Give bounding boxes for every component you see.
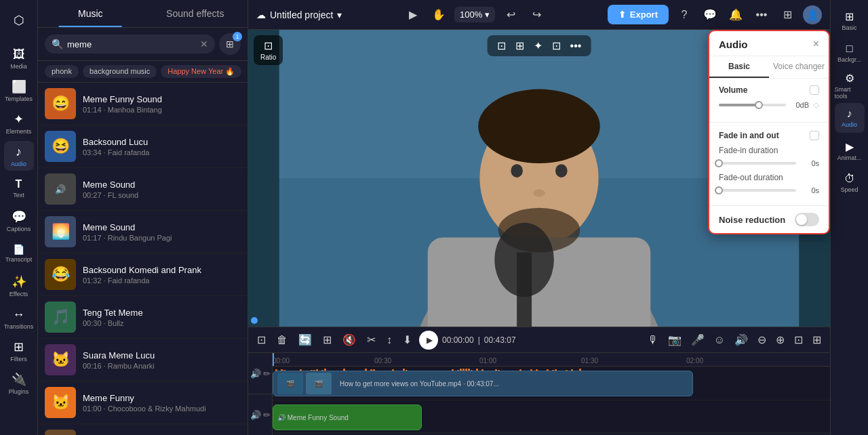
tl-add-icon[interactable]: ⬇ — [399, 331, 415, 348]
list-item[interactable]: 😄 Meme Funny Sound 01:14 · Manhoa Bintan… — [38, 83, 248, 125]
tl-camera-icon[interactable]: 📷 — [665, 331, 685, 348]
audio-tab-basic[interactable]: Basic — [709, 56, 769, 78]
track-volume-icon-0[interactable]: 🔊 — [250, 369, 261, 379]
rp-item-speed[interactable]: ⏱ Speed — [835, 168, 865, 198]
avatar[interactable]: 👤 — [803, 5, 822, 24]
sound-thumb: 😄 — [45, 88, 76, 119]
animate-label: Animat... — [837, 154, 862, 161]
tl-crop-icon[interactable]: ⊞ — [319, 331, 335, 348]
tag-background-music[interactable]: background music — [83, 65, 157, 78]
tl-mic-icon[interactable]: 🎙 — [644, 332, 662, 348]
volume-keyframe-icon[interactable]: ◇ — [813, 100, 819, 110]
fade-checkbox[interactable] — [810, 131, 819, 140]
clear-search-icon[interactable]: ✕ — [200, 39, 208, 49]
export-button[interactable]: ⬆ Export — [608, 5, 669, 24]
tl-mute-icon[interactable]: 🔇 — [339, 331, 359, 348]
layout-btn[interactable]: ⊞ — [777, 5, 797, 25]
sidebar-item-captions[interactable]: 💬 Captions — [4, 206, 34, 236]
ratio-button[interactable]: ⊡ Ratio — [254, 35, 283, 65]
rp-item-smart-tools[interactable]: ⚙ Smart tools — [835, 70, 865, 100]
sidebar-item-transcript[interactable]: 📄 Transcript — [4, 239, 34, 268]
track-edit-icon-1[interactable]: ✏ — [263, 410, 271, 420]
timeline-play-button[interactable]: ▶ — [419, 331, 438, 350]
list-item[interactable]: 🐱 Suara Meme Lucu 00:16 · Rambu Anarki — [38, 339, 248, 381]
noise-reduction-toggle[interactable] — [795, 213, 819, 226]
play-icon: ▶ — [427, 335, 433, 345]
tl-lock-icon[interactable]: ↕ — [383, 332, 395, 348]
audio-close-button[interactable]: × — [813, 38, 819, 50]
track-volume-icon-1[interactable]: 🔊 — [250, 410, 261, 420]
list-item[interactable]: 🐱 Meme Funny 01:00 · Chocobooo & Rizky M… — [38, 381, 248, 424]
vc-more-icon[interactable]: ••• — [568, 39, 585, 54]
tl-zoom-in-icon[interactable]: ⊕ — [772, 331, 788, 348]
audio-tab-voice-changer[interactable]: Voice changer — [769, 56, 829, 78]
vc-crop-icon[interactable]: ⊞ — [513, 38, 527, 54]
sidebar-item-transitions[interactable]: ↔ Transitions — [4, 304, 34, 333]
play-icon-btn[interactable]: ▶ — [403, 5, 423, 25]
undo-btn[interactable]: ↩ — [500, 5, 521, 25]
sidebar-item-templates[interactable]: ⬜ Templates — [4, 76, 34, 106]
tag-phonk[interactable]: phonk — [45, 65, 79, 78]
sound-name: Meme Funny Sound — [83, 94, 241, 104]
volume-slider-thumb[interactable] — [755, 101, 763, 109]
list-item[interactable]: 😆 Backsound Lucu 03:34 · Faid rafanda — [38, 125, 248, 168]
sidebar-item-audio[interactable]: ♪ Audio — [4, 141, 34, 171]
sidebar-item-media[interactable]: 🖼 Media — [4, 43, 34, 73]
tab-music[interactable]: Music — [38, 0, 143, 27]
tl-split-icon[interactable]: ✂ — [363, 331, 379, 348]
tag-happy-new-year[interactable]: Happy New Year 🔥 — [161, 65, 241, 78]
fade-in-thumb[interactable] — [715, 159, 723, 167]
rp-item-basic[interactable]: ⊞ Basic — [835, 5, 865, 35]
more-btn[interactable]: ••• — [751, 5, 772, 25]
list-item[interactable]: 😂 Backsound Komedi and Prank 01:32 · Fai… — [38, 253, 248, 296]
volume-slider[interactable] — [719, 104, 786, 106]
rp-item-animate[interactable]: ▶ Animat... — [835, 136, 865, 165]
tl-volume-icon[interactable]: 🔊 — [731, 331, 751, 348]
media-panel: Music Sound effects 🔍 ✕ ⊞ 1 phonk backgr… — [38, 0, 248, 435]
vc-transform-icon[interactable]: ✦ — [531, 38, 545, 54]
svg-point-8 — [494, 223, 554, 297]
tl-voice-icon[interactable]: 🎤 — [688, 331, 708, 348]
tl-zoom-out-icon[interactable]: ⊖ — [754, 331, 770, 348]
audio-clip[interactable]: 🔊 Meme Funny Sound — [273, 405, 422, 430]
tl-fullscreen-icon[interactable]: ⊡ — [791, 331, 806, 348]
video-clip[interactable]: 🎬 🎬 How to get more views on YouTube.mp4… — [273, 371, 693, 396]
track-edit-icon-0[interactable]: ✏ — [263, 369, 271, 379]
comments-btn[interactable]: 💬 — [700, 5, 720, 25]
search-input[interactable] — [67, 39, 196, 49]
fade-section-title: Fade in and out — [719, 131, 819, 140]
sidebar-logo[interactable]: ⬡ — [4, 5, 34, 35]
list-item[interactable]: 🥔 Meme Backsound 00:22 · Hot potato — [38, 424, 248, 435]
sidebar-item-text[interactable]: T Text — [4, 173, 34, 203]
rp-item-background[interactable]: □ Backgr... — [835, 38, 865, 68]
tl-trim-icon[interactable]: ⊡ — [254, 331, 269, 348]
zoom-control[interactable]: 100% ▾ — [454, 7, 495, 22]
tl-loop-icon[interactable]: 🔄 — [295, 331, 315, 348]
fade-out-slider[interactable] — [719, 189, 796, 192]
sidebar-item-plugins[interactable]: 🔌 Plugins — [4, 369, 34, 398]
sidebar-item-filters[interactable]: ⊞ Filters — [4, 336, 34, 366]
tl-expand-icon[interactable]: ⊞ — [809, 331, 825, 348]
vc-mask-icon[interactable]: ⊡ — [549, 38, 564, 54]
list-item[interactable]: 🎵 Teng Tet Meme 00:30 · Bullz — [38, 296, 248, 339]
tab-sound-effects[interactable]: Sound effects — [143, 0, 248, 27]
project-title[interactable]: ☁ Untitled project ▾ — [256, 9, 342, 20]
list-item[interactable]: 🔊 Meme Sound 00:27 · FL sound — [38, 168, 248, 211]
filter-button[interactable]: ⊞ 1 — [219, 33, 241, 55]
tl-emoji-icon[interactable]: ☺ — [711, 332, 728, 348]
notifications-btn[interactable]: 🔔 — [726, 5, 746, 25]
help-btn[interactable]: ? — [674, 5, 694, 25]
hand-icon-btn[interactable]: ✋ — [429, 5, 449, 25]
sidebar-item-effects[interactable]: ✨ Effects — [4, 271, 34, 301]
fade-out-thumb[interactable] — [715, 186, 723, 194]
video-controls-overlay: ⊡ ⊞ ✦ ⊡ ••• — [488, 35, 591, 56]
fade-in-slider[interactable] — [719, 162, 796, 165]
redo-btn[interactable]: ↪ — [526, 5, 547, 25]
effects-icon: ✨ — [12, 274, 26, 289]
list-item[interactable]: 🌅 Meme Sound 01:17 · Rindu Bangun Pagi — [38, 211, 248, 253]
volume-checkbox[interactable] — [810, 85, 819, 95]
sidebar-item-elements[interactable]: ✦ Elements — [4, 108, 34, 138]
vc-resize-icon[interactable]: ⊡ — [494, 38, 509, 54]
rp-item-audio[interactable]: ♪ Audio — [835, 103, 865, 133]
tl-delete-icon[interactable]: 🗑 — [273, 332, 291, 348]
